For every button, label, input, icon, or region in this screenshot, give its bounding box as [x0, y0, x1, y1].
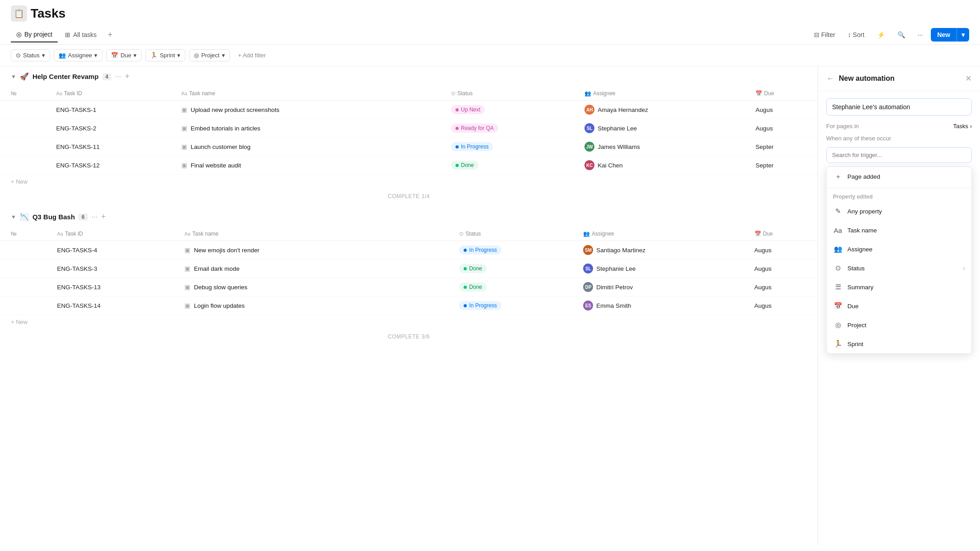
row-status[interactable]: In Progress	[446, 138, 579, 156]
panel-header: ← New automation ✕	[818, 66, 980, 91]
all-tasks-icon: ⊞	[65, 31, 70, 38]
project-group-header-help-center[interactable]: ▼ 🚀 Help Center Revamp 4 ··· +	[0, 66, 818, 87]
filter-label: Filter	[821, 31, 835, 38]
automation-name-input[interactable]	[826, 98, 972, 116]
table-row[interactable]: ENG-TASKS-13 ▣ Debug slow queries Done D…	[0, 278, 818, 296]
filter-assignee[interactable]: 👥 Assignee ▾	[54, 49, 102, 61]
status-badge[interactable]: In Progress	[459, 301, 501, 310]
lightning-button[interactable]: ⚡	[873, 28, 889, 41]
filter-button[interactable]: ⊟ Filter	[810, 28, 840, 41]
project-options-help-center[interactable]: ···	[115, 73, 121, 81]
assignee-filter-label: Assignee	[68, 52, 92, 59]
filter-project[interactable]: ◎ Project ▾	[189, 49, 230, 61]
col-due: 📅 Due	[750, 87, 818, 101]
chevron-right-icon: ›	[970, 123, 972, 130]
assignee-filter-icon: 👥	[59, 52, 66, 59]
trigger-item-summary[interactable]: ☰ Summary	[827, 278, 971, 296]
new-button-arrow[interactable]: ▾	[957, 28, 969, 42]
table-row[interactable]: ENG-TASKS-1 ▣ Upload new product screens…	[0, 101, 818, 119]
row-status[interactable]: Done	[454, 278, 578, 296]
table-row[interactable]: ENG-TASKS-11 ▣ Launch customer blog In P…	[0, 138, 818, 156]
project-options-q3[interactable]: ···	[92, 213, 97, 221]
row-status[interactable]: Done	[446, 156, 579, 175]
status-badge[interactable]: In Progress	[451, 142, 493, 151]
project-filter-icon: ◎	[194, 52, 199, 59]
row-status[interactable]: Done	[454, 259, 578, 278]
task-page-icon: ▣	[184, 246, 190, 254]
status-icon: ⊙	[833, 263, 843, 273]
tab-all-tasks[interactable]: ⊞ All tasks	[60, 28, 102, 42]
row-assignee: AH Amaya Hernandez	[579, 101, 750, 119]
panel-back-button[interactable]: ←	[826, 74, 834, 83]
col-assignee-q3: 👥 Assignee	[578, 227, 749, 241]
project-count-help-center: 4	[102, 73, 112, 80]
table-row[interactable]: ENG-TASKS-4 ▣ New emojis don't render In…	[0, 241, 818, 259]
table-row[interactable]: ENG-TASKS-14 ▣ Login flow updates In Pro…	[0, 296, 818, 315]
status-badge[interactable]: In Progress	[459, 245, 501, 255]
status-badge[interactable]: Done	[451, 161, 478, 170]
row-num	[0, 241, 52, 259]
filter-status[interactable]: ⊙ Status ▾	[11, 49, 50, 61]
avatar: AH	[584, 105, 594, 115]
aa-icon-2: Aa	[181, 91, 187, 96]
status-badge[interactable]: Ready for QA	[451, 124, 498, 133]
task-name-text: Debug slow queries	[194, 284, 248, 291]
trigger-label-due: Due	[847, 303, 859, 310]
col-status: ⊙ Status	[446, 87, 579, 101]
row-task-name: ▣ New emojis don't render	[179, 241, 454, 259]
row-status[interactable]: In Progress	[454, 241, 578, 259]
trigger-item-assignee[interactable]: 👥 Assignee	[827, 240, 971, 259]
filter-sprint[interactable]: 🏃 Sprint ▾	[145, 49, 185, 61]
status-dot	[464, 304, 467, 307]
for-pages-value[interactable]: Tasks ›	[953, 123, 972, 130]
project-add-help-center[interactable]: +	[125, 72, 130, 81]
filter-due[interactable]: 📅 Due ▾	[106, 49, 142, 61]
status-badge[interactable]: Up Next	[451, 105, 485, 114]
status-badge[interactable]: Done	[459, 264, 487, 273]
row-task-id: ENG-TASKS-14	[52, 296, 179, 315]
row-status[interactable]: Up Next	[446, 101, 579, 119]
new-task-help-center[interactable]: + New	[0, 175, 818, 189]
trigger-search-input[interactable]	[826, 147, 972, 163]
chevron-down-icon-5: ▾	[222, 52, 225, 59]
trigger-item-status[interactable]: ⊙ Status ›	[827, 259, 971, 278]
trigger-dropdown: ＋ Page added Property edited ✎ Any prope…	[826, 167, 972, 354]
table-row[interactable]: ENG-TASKS-2 ▣ Embed tutorials in article…	[0, 119, 818, 138]
trigger-item-sprint[interactable]: 🏃 Sprint	[827, 334, 971, 353]
new-button[interactable]: New ▾	[931, 28, 969, 42]
search-button[interactable]: 🔍	[893, 28, 910, 41]
trigger-items-list: ✎ Any property Aa Task name 👥 Assignee ⊙…	[827, 202, 971, 353]
trigger-item-any-property[interactable]: ✎ Any property	[827, 202, 971, 221]
row-task-name: ▣ Final website audit	[176, 156, 446, 175]
row-status[interactable]: Ready for QA	[446, 119, 579, 138]
row-status[interactable]: In Progress	[454, 296, 578, 315]
add-tab-button[interactable]: +	[104, 28, 116, 41]
row-due: Septer	[750, 138, 818, 156]
row-num	[0, 138, 51, 156]
trigger-item-task-name[interactable]: Aa Task name	[827, 221, 971, 240]
trigger-item-project[interactable]: ◎ Project	[827, 315, 971, 334]
chevron-down-icon-2: ▾	[94, 52, 97, 59]
page-title: Tasks	[31, 6, 65, 21]
add-filter-button[interactable]: + Add filter	[234, 50, 271, 61]
divider	[827, 188, 971, 188]
project-add-q3[interactable]: +	[101, 212, 106, 222]
tab-by-project[interactable]: ◎ By project	[11, 27, 58, 42]
trigger-page-added[interactable]: ＋ Page added	[827, 167, 971, 186]
trigger-item-due[interactable]: 📅 Due	[827, 296, 971, 315]
status-badge[interactable]: Done	[459, 282, 487, 292]
row-assignee: SL Stephanie Lee	[579, 119, 750, 138]
trigger-label-status: Status	[847, 265, 865, 272]
table-row[interactable]: ENG-TASKS-12 ▣ Final website audit Done …	[0, 156, 818, 175]
new-task-q3[interactable]: + New	[0, 315, 818, 329]
assignee-name: Santiago Martinez	[596, 247, 645, 254]
new-button-label[interactable]: New	[931, 28, 957, 42]
panel-close-button[interactable]: ✕	[965, 74, 972, 83]
col-num: №	[0, 87, 51, 101]
for-pages-value-text: Tasks	[953, 123, 968, 130]
project-group-header-q3[interactable]: ▼ 📉 Q3 Bug Bash 6 ··· +	[0, 207, 818, 227]
more-button[interactable]: ···	[913, 28, 928, 41]
table-row[interactable]: ENG-TASKS-3 ▣ Email dark mode Done SL St…	[0, 259, 818, 278]
lightning-icon: ⚡	[877, 31, 885, 38]
sort-button[interactable]: ↕ Sort	[843, 28, 869, 41]
